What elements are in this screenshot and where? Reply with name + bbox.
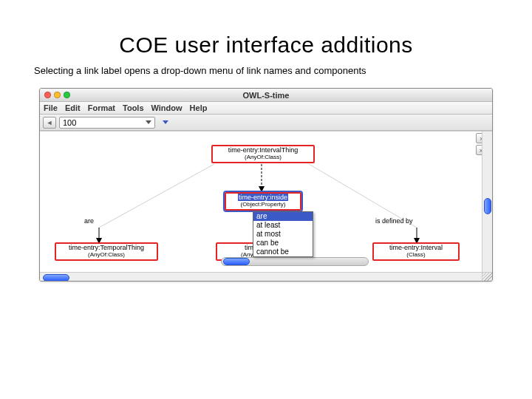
popup-icon[interactable]	[163, 120, 168, 124]
canvas[interactable]: xT xC time-entry:IntervalThing (AnyOf:Cl…	[40, 131, 492, 282]
svg-line-2	[99, 164, 214, 228]
app-window: OWL-S-time File Edit Format Tools Window…	[39, 88, 493, 282]
horizontal-scrollbar[interactable]	[40, 272, 482, 282]
menu-file[interactable]: File	[40, 103, 61, 112]
menu-window[interactable]: Window	[148, 103, 186, 112]
zoom-select[interactable]: 100	[59, 117, 155, 129]
vertical-scrollbar[interactable]	[482, 132, 492, 272]
node-left[interactable]: time-entry:TemporalThing (AnyOf:Class)	[55, 242, 158, 261]
menu-tools[interactable]: Tools	[119, 103, 148, 112]
titlebar[interactable]: OWL-S-time	[40, 89, 492, 102]
link-label-dropdown[interactable]: are at least at most can be cannot be	[253, 211, 313, 257]
node-left-line2: (AnyOf:Class)	[58, 252, 155, 259]
resize-grip-icon[interactable]	[482, 272, 492, 282]
dd-item-cannotbe[interactable]: cannot be	[253, 248, 313, 256]
horizontal-scroll-thumb[interactable]	[43, 274, 69, 282]
svg-marker-1	[259, 186, 265, 192]
dd-item-canbe[interactable]: can be	[253, 239, 313, 248]
node-mid-line2: (Object:Property)	[228, 202, 299, 208]
menu-edit[interactable]: Edit	[61, 103, 84, 112]
link-label-left[interactable]: are	[84, 217, 94, 225]
node-right-line2: (Class)	[375, 252, 457, 259]
dd-item-atleast[interactable]: at least	[253, 221, 313, 230]
node-top-line2: (AnyOf:Class)	[214, 154, 312, 161]
node-mid-line1: time-entry:inside	[238, 194, 288, 201]
toolbar: ◄ 100	[40, 115, 492, 131]
menu-help[interactable]: Help	[186, 103, 211, 112]
node-right[interactable]: time-entry:Interval (Class)	[372, 242, 460, 261]
window-title: OWL-S-time	[40, 91, 492, 100]
slide-subtitle: Selecting a link label opens a drop-down…	[34, 65, 499, 76]
dropdown-scrollbar[interactable]	[221, 257, 369, 266]
dd-item-atmost[interactable]: at most	[253, 230, 313, 239]
dropdown-scroll-thumb[interactable]	[223, 258, 250, 265]
chevron-down-icon[interactable]	[146, 120, 151, 124]
zoom-value: 100	[63, 118, 76, 127]
slide-title: COE user interface additions	[33, 33, 499, 58]
vertical-scroll-thumb[interactable]	[484, 198, 491, 214]
node-middle-selected[interactable]: time-entry:inside (Object:Property)	[225, 192, 301, 211]
link-label-right[interactable]: is defined by	[375, 217, 413, 225]
node-top[interactable]: time-entry:IntervalThing (AnyOf:Class)	[211, 145, 315, 163]
menu-format[interactable]: Format	[84, 103, 119, 112]
dd-item-are[interactable]: are	[253, 212, 313, 221]
menubar: File Edit Format Tools Window Help	[40, 102, 492, 115]
nav-back-icon[interactable]: ◄	[43, 117, 56, 129]
